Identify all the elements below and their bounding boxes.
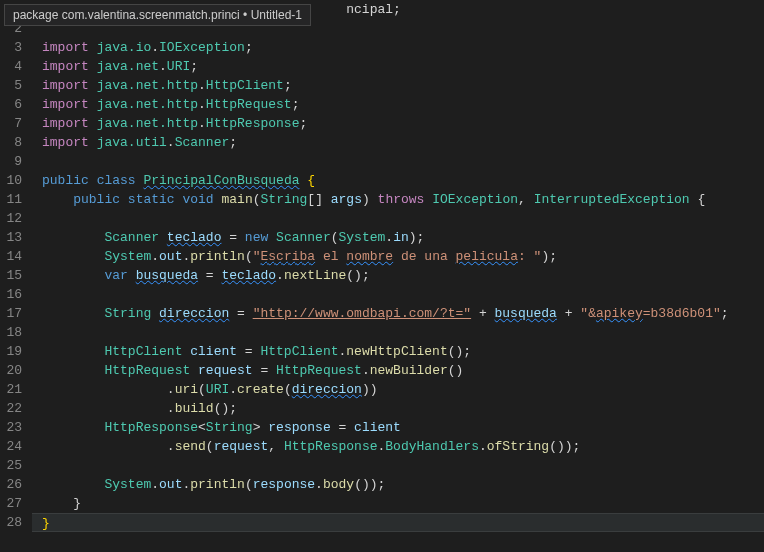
code-line[interactable]: import java.net.URI; <box>42 57 764 76</box>
code-line[interactable]: import java.util.Scanner; <box>42 133 764 152</box>
code-line[interactable]: String direccion = "http://www.omdbapi.c… <box>42 304 764 323</box>
code-line[interactable]: import java.net.http.HttpClient; <box>42 76 764 95</box>
code-line[interactable]: import java.io.IOException; <box>42 38 764 57</box>
code-line[interactable] <box>42 456 764 475</box>
code-line[interactable] <box>42 152 764 171</box>
code-line[interactable]: import java.net.http.HttpResponse; <box>42 114 764 133</box>
code-editor[interactable]: 1 2 3 4 5 6 7 8 9 10 11 12 13 14 15 16 1… <box>0 0 764 552</box>
code-line[interactable]: .uri(URI.create(direccion)) <box>42 380 764 399</box>
code-content[interactable]: ncipal; import java.io.IOException; impo… <box>32 0 764 552</box>
line-number-gutter: 1 2 3 4 5 6 7 8 9 10 11 12 13 14 15 16 1… <box>0 0 32 552</box>
code-line[interactable]: Scanner teclado = new Scanner(System.in)… <box>42 228 764 247</box>
hover-tooltip: package com.valentina.screenmatch.princi… <box>4 4 311 26</box>
code-line[interactable]: .send(request, HttpResponse.BodyHandlers… <box>42 437 764 456</box>
code-line[interactable] <box>42 323 764 342</box>
code-line[interactable]: public class PrincipalConBusqueda { <box>42 171 764 190</box>
code-line[interactable]: import java.net.http.HttpRequest; <box>42 95 764 114</box>
code-line[interactable]: public static void main(String[] args) t… <box>42 190 764 209</box>
code-line[interactable]: } <box>42 494 764 513</box>
code-line[interactable] <box>42 209 764 228</box>
code-line-active[interactable]: } <box>32 513 764 532</box>
code-line[interactable]: .build(); <box>42 399 764 418</box>
code-line[interactable]: HttpResponse<String> response = client <box>42 418 764 437</box>
code-line[interactable]: HttpClient client = HttpClient.newHttpCl… <box>42 342 764 361</box>
code-line[interactable] <box>42 285 764 304</box>
code-line[interactable]: var busqueda = teclado.nextLine(); <box>42 266 764 285</box>
code-line[interactable]: System.out.println(response.body()); <box>42 475 764 494</box>
code-line[interactable]: HttpRequest request = HttpRequest.newBui… <box>42 361 764 380</box>
code-line[interactable]: System.out.println("Escriba el nombre de… <box>42 247 764 266</box>
